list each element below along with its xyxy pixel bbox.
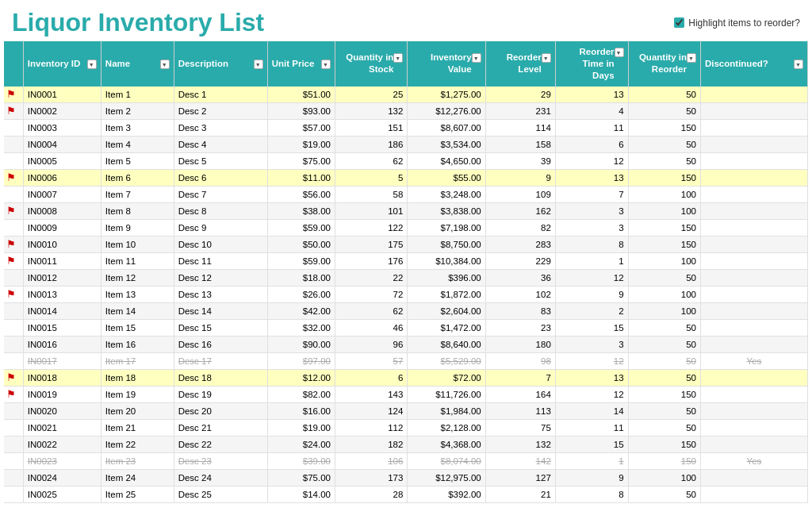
cell-desc: Desc 13 — [174, 286, 267, 302]
cell-unit-price: $32.00 — [267, 319, 335, 336]
cell-reorder-level: 180 — [485, 336, 555, 352]
flag-icon: ⚑ — [6, 288, 16, 300]
cell-desc: Desc 12 — [174, 269, 267, 286]
cell-id: IN0024 — [23, 469, 101, 486]
cell-reorder-time: 8 — [555, 486, 628, 502]
table-row: IN0012Item 12Desc 12$18.0022$396.0036125… — [4, 269, 808, 286]
cell-name: Item 18 — [101, 369, 174, 386]
filter-desc[interactable] — [254, 60, 263, 69]
cell-name: Item 23 — [101, 452, 174, 469]
cell-name: Item 14 — [101, 302, 174, 319]
cell-discontinued — [700, 386, 807, 402]
cell-id: IN0005 — [23, 152, 101, 169]
cell-desc: Desc 19 — [174, 386, 267, 402]
cell-desc: Desc 2 — [174, 102, 267, 119]
cell-id: IN0015 — [23, 319, 101, 336]
cell-reorder-time: 15 — [555, 436, 628, 452]
flag-icon: ⚑ — [6, 105, 16, 117]
cell-id: IN0023 — [23, 452, 101, 469]
cell-qty-reorder: 100 — [628, 202, 700, 219]
cell-reorder-level: 39 — [485, 152, 555, 169]
cell-reorder-level: 75 — [485, 419, 555, 436]
cell-reorder-level: 102 — [485, 286, 555, 302]
cell-qty-stock: 57 — [335, 352, 408, 369]
cell-name: Item 7 — [101, 186, 174, 202]
cell-qty-reorder: 150 — [628, 169, 700, 186]
cell-inv-value: $1,984.00 — [408, 402, 485, 419]
cell-discontinued — [700, 186, 807, 202]
cell-inv-value: $8,607.00 — [408, 119, 485, 136]
col-header-name: Name — [101, 41, 174, 87]
cell-qty-stock: 25 — [335, 87, 408, 103]
filter-discontinued[interactable] — [794, 60, 803, 69]
cell-discontinued — [700, 286, 807, 302]
filter-unit-price[interactable] — [321, 60, 331, 69]
cell-inv-value: $11,726.00 — [408, 386, 485, 402]
table-row: IN0023Item 23Desc 23$39.00106$8,074.0014… — [4, 452, 808, 469]
highlight-checkbox[interactable] — [674, 17, 684, 28]
cell-discontinued — [700, 269, 807, 286]
flag-cell: ⚑ — [4, 236, 23, 252]
filter-reorder-level[interactable] — [542, 53, 551, 63]
flag-cell: ⚑ — [4, 252, 23, 269]
cell-reorder-level: 9 — [485, 169, 555, 186]
cell-qty-stock: 132 — [335, 102, 408, 119]
cell-desc: Desc 10 — [174, 236, 267, 252]
cell-unit-price: $75.00 — [267, 152, 335, 169]
cell-id: IN0011 — [23, 252, 101, 269]
cell-id: IN0020 — [23, 402, 101, 419]
filter-inv-value[interactable] — [472, 53, 481, 63]
table-row: IN0014Item 14Desc 14$42.0062$2,604.00832… — [4, 302, 808, 319]
cell-name: Item 11 — [101, 252, 174, 269]
filter-name[interactable] — [160, 60, 170, 69]
cell-inv-value: $8,750.00 — [408, 236, 485, 252]
flag-icon: ⚑ — [6, 88, 16, 100]
cell-name: Item 1 — [101, 87, 174, 103]
cell-reorder-time: 3 — [555, 202, 628, 219]
cell-reorder-level: 7 — [485, 369, 555, 386]
table-row: IN0007Item 7Desc 7$56.0058$3,248.0010971… — [4, 186, 808, 202]
cell-discontinued — [700, 152, 807, 169]
cell-desc: Desc 7 — [174, 186, 267, 202]
highlight-checkbox-area[interactable]: Highlight items to reorder? — [674, 17, 800, 29]
filter-qty-reorder[interactable] — [687, 53, 696, 63]
cell-discontinued — [700, 486, 807, 502]
cell-id: IN0017 — [23, 352, 101, 369]
cell-inv-value: $8,640.00 — [408, 336, 485, 352]
cell-name: Item 2 — [101, 102, 174, 119]
cell-inv-value: $7,198.00 — [408, 219, 485, 236]
cell-name: Item 12 — [101, 269, 174, 286]
flag-cell: ⚑ — [4, 202, 23, 219]
cell-reorder-level: 83 — [485, 302, 555, 319]
cell-reorder-time: 11 — [555, 419, 628, 436]
cell-id: IN0003 — [23, 119, 101, 136]
cell-qty-reorder: 150 — [628, 236, 700, 252]
filter-reorder-time[interactable] — [615, 48, 624, 57]
cell-desc: Desc 22 — [174, 436, 267, 452]
cell-name: Item 8 — [101, 202, 174, 219]
cell-desc: Desc 18 — [174, 369, 267, 386]
cell-qty-stock: 175 — [335, 236, 408, 252]
flag-icon: ⚑ — [6, 388, 16, 400]
cell-qty-stock: 58 — [335, 186, 408, 202]
cell-desc: Desc 8 — [174, 202, 267, 219]
cell-reorder-time: 6 — [555, 136, 628, 152]
highlight-label[interactable]: Highlight items to reorder? — [688, 17, 800, 29]
cell-desc: Desc 3 — [174, 119, 267, 136]
table-body: ⚑IN0001Item 1Desc 1$51.0025$1,275.002913… — [4, 87, 808, 503]
cell-reorder-level: 21 — [485, 486, 555, 502]
cell-inv-value: $3,838.00 — [408, 202, 485, 219]
cell-inv-value: $392.00 — [408, 486, 485, 502]
cell-reorder-time: 1 — [555, 452, 628, 469]
cell-desc: Desc 24 — [174, 469, 267, 486]
cell-desc: Desc 11 — [174, 252, 267, 269]
cell-name: Item 20 — [101, 402, 174, 419]
filter-id[interactable] — [87, 60, 97, 69]
cell-qty-stock: 106 — [335, 452, 408, 469]
col-header-qty-reorder: Quantity in Reorder — [628, 41, 700, 87]
col-header-reorder-level: Reorder Level — [485, 41, 555, 87]
cell-id: IN0012 — [23, 269, 101, 286]
filter-qty-stock[interactable] — [393, 53, 403, 63]
flag-cell: ⚑ — [4, 386, 23, 402]
cell-reorder-time: 13 — [555, 169, 628, 186]
